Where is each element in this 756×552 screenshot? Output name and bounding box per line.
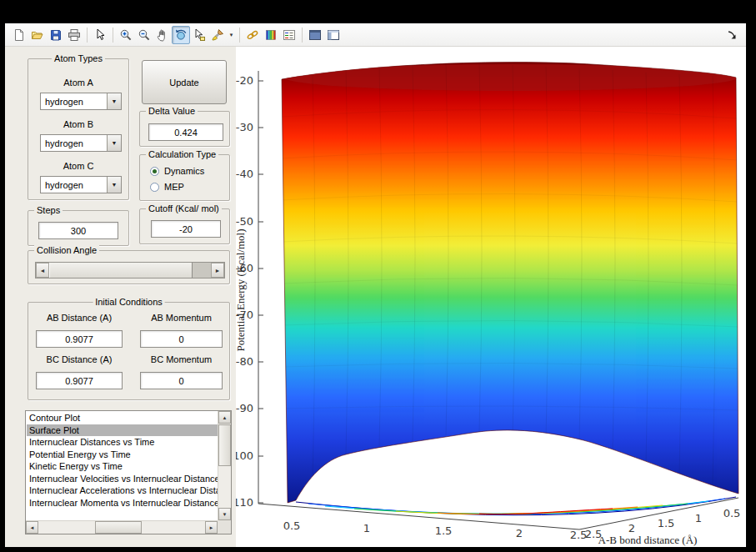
- z-axis-label: Potential Energy (Kcal/mol): [236, 228, 247, 351]
- atom-b-label: Atom B: [28, 119, 128, 129]
- horizontal-scroll-thumb[interactable]: [95, 521, 142, 534]
- show-plot-tools-icon[interactable]: [324, 26, 343, 44]
- bc-momentum-label: BC Momentum: [140, 354, 223, 364]
- atom-c-dropdown[interactable]: hydrogen ▼: [40, 176, 122, 193]
- list-item[interactable]: Internuclear Accelerations vs Internucle…: [27, 484, 218, 497]
- cutoff-field[interactable]: -20: [151, 220, 221, 238]
- svg-text:-100: -100: [236, 449, 253, 462]
- rotate-3d-icon[interactable]: [172, 26, 190, 44]
- list-item[interactable]: Internuclear Velocities vs Internuclear …: [27, 473, 218, 485]
- svg-text:-110: -110: [236, 496, 253, 509]
- update-button[interactable]: Update: [142, 60, 227, 104]
- ab-distance-field[interactable]: 0.9077: [36, 330, 123, 348]
- print-figure-icon[interactable]: [65, 26, 83, 44]
- ab-momentum-field[interactable]: 0: [140, 330, 223, 348]
- collision-angle-slider[interactable]: ◄ ►: [35, 262, 225, 279]
- insert-colorbar-icon[interactable]: [262, 26, 280, 44]
- svg-text:2: 2: [628, 522, 635, 534]
- atom-c-value: hydrogen: [41, 177, 107, 193]
- brush-icon[interactable]: [208, 26, 227, 44]
- scroll-down-icon[interactable]: ▼: [218, 508, 231, 520]
- zoom-in-icon[interactable]: [117, 26, 135, 44]
- chevron-down-icon[interactable]: ▼: [107, 177, 121, 193]
- figure-window: { "toolbar": { "icons": ["new-figure","o…: [0, 0, 756, 552]
- dynamics-radio[interactable]: Dynamics: [150, 165, 204, 177]
- new-figure-icon[interactable]: [10, 26, 28, 44]
- list-item-selected[interactable]: Surface Plot: [27, 424, 218, 437]
- z-axis-ticks: [258, 81, 263, 503]
- figure-client-area: ▼ Atom Types Atom A hydrogen ▼ Atom B hy…: [5, 23, 746, 547]
- edit-plot-icon[interactable]: [91, 26, 109, 44]
- svg-text:1.5: 1.5: [658, 517, 675, 529]
- x-left-tick-labels: 0.5 1 1.5 2 2.5: [283, 519, 588, 541]
- slider-right-arrow-icon[interactable]: ►: [211, 263, 224, 278]
- axes-panel[interactable]: -20 -30 -40 -50 -60 -70 -80 -90 -100 -11…: [236, 47, 746, 547]
- delta-value-title: Delta Value: [146, 106, 198, 116]
- collision-angle-group: Collision Angle ◄ ►: [28, 250, 230, 284]
- potential-energy-surface[interactable]: [282, 63, 738, 503]
- svg-text:1: 1: [363, 522, 370, 534]
- atom-a-value: hydrogen: [41, 93, 107, 109]
- bc-distance-field[interactable]: 0.9077: [36, 372, 123, 389]
- zoom-out-icon[interactable]: [135, 26, 153, 44]
- atom-b-dropdown[interactable]: hydrogen ▼: [40, 134, 122, 152]
- pan-icon[interactable]: [153, 26, 172, 44]
- plot-type-list-items: Contour Plot Surface Plot Internuclear D…: [27, 412, 218, 520]
- slider-left-arrow-icon[interactable]: ◄: [36, 263, 49, 278]
- svg-text:-50: -50: [236, 215, 253, 228]
- open-file-icon[interactable]: [28, 26, 47, 44]
- vertical-scroll-thumb[interactable]: [218, 424, 231, 466]
- svg-text:0.5: 0.5: [283, 519, 301, 532]
- atom-types-group: Atom Types Atom A hydrogen ▼ Atom B hydr…: [28, 58, 129, 200]
- ab-momentum-label: AB Momentum: [140, 313, 223, 323]
- atom-b-value: hydrogen: [41, 135, 107, 151]
- radio-selected-icon[interactable]: [150, 167, 159, 176]
- data-cursor-icon[interactable]: [190, 26, 208, 44]
- brush-menu-arrow-icon[interactable]: ▼: [227, 26, 236, 44]
- scroll-left-icon[interactable]: ◄: [26, 521, 38, 534]
- horizontal-scrollbar[interactable]: ◄ ►: [26, 520, 218, 534]
- mep-radio-label: MEP: [164, 182, 184, 192]
- insert-legend-icon[interactable]: [280, 26, 298, 44]
- horizontal-scroll-track[interactable]: [38, 521, 205, 534]
- cutoff-group: Cutoff (Kcal/ mol) -20: [139, 208, 230, 244]
- vertical-scrollbar[interactable]: ▲ ▼: [218, 411, 231, 520]
- svg-text:-80: -80: [236, 355, 253, 368]
- slider-track[interactable]: [193, 263, 211, 278]
- atom-c-label: Atom C: [28, 161, 128, 171]
- toolbar-separator: [302, 28, 303, 43]
- atom-a-label: Atom A: [28, 78, 128, 88]
- hide-plot-tools-icon[interactable]: [306, 26, 324, 44]
- dynamics-radio-label: Dynamics: [164, 166, 204, 176]
- dock-figure-icon[interactable]: [723, 26, 741, 44]
- surface-plot[interactable]: -20 -30 -40 -50 -60 -70 -80 -90 -100 -11…: [236, 47, 746, 547]
- list-item[interactable]: Potential Energy vs Time: [27, 449, 218, 461]
- list-item[interactable]: Internuclear Distances vs Time: [27, 436, 218, 449]
- radio-unselected-icon[interactable]: [150, 183, 159, 192]
- chevron-down-icon[interactable]: ▼: [107, 135, 121, 151]
- calculation-type-group: Calculation Type Dynamics MEP: [139, 154, 230, 201]
- slider-thumb[interactable]: [49, 263, 193, 278]
- initial-conditions-title: Initial Conditions: [93, 297, 165, 307]
- steps-title: Steps: [34, 205, 63, 215]
- delta-value-field[interactable]: 0.424: [148, 123, 223, 141]
- plot-type-listbox[interactable]: Contour Plot Surface Plot Internuclear D…: [25, 410, 232, 534]
- list-item[interactable]: Contour Plot: [27, 412, 218, 424]
- collision-angle-title: Collision Angle: [34, 245, 99, 255]
- bc-momentum-field[interactable]: 0: [140, 372, 223, 389]
- scroll-right-icon[interactable]: ►: [205, 521, 218, 534]
- svg-text:-90: -90: [236, 402, 253, 414]
- list-item[interactable]: Internuclear Momenta vs Internuclear Dis…: [27, 497, 218, 509]
- surface-top-plateau: [284, 64, 738, 91]
- list-item[interactable]: Kinetic Energy vs Time: [27, 460, 218, 473]
- delta-value-group: Delta Value 0.424: [139, 111, 230, 147]
- chevron-down-icon[interactable]: ▼: [107, 93, 121, 109]
- save-figure-icon[interactable]: [47, 26, 65, 44]
- toolbar-separator: [113, 28, 113, 43]
- scroll-up-icon[interactable]: ▲: [218, 411, 231, 424]
- link-plot-icon[interactable]: [243, 26, 262, 44]
- steps-field[interactable]: 300: [38, 222, 118, 239]
- atom-a-dropdown[interactable]: hydrogen ▼: [40, 93, 122, 110]
- mep-radio[interactable]: MEP: [150, 181, 184, 193]
- x-axis-label: A-B bond distance (Å): [598, 534, 698, 546]
